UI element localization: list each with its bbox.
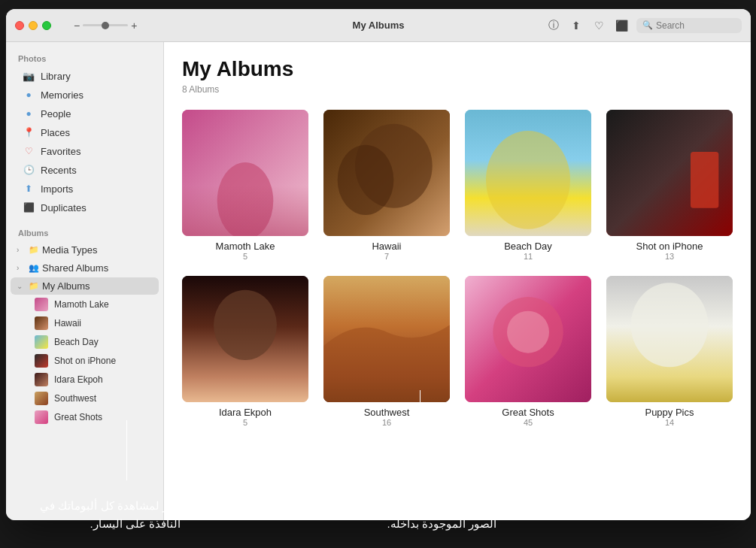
sidebar-item-label: Favorites <box>41 146 80 157</box>
close-button[interactable] <box>15 21 24 30</box>
sidebar-item-library[interactable]: 📷 Library <box>11 67 159 85</box>
sidebar-sub-great-shots[interactable]: Great Shots <box>11 408 159 426</box>
album-name: Southwest <box>323 407 450 418</box>
album-card-beach-day[interactable]: Beach Day 11 <box>465 110 591 261</box>
places-icon: 📍 <box>23 126 35 138</box>
window-title: My Albums <box>353 20 405 31</box>
album-count-badge: 13 <box>606 252 733 261</box>
sidebar-item-imports[interactable]: ⬆ Imports <box>11 180 159 198</box>
album-card-puppy-pics[interactable]: Puppy Pics 14 <box>606 276 733 427</box>
album-card-shot-on-iphone[interactable]: Shot on iPhone 13 <box>606 110 733 261</box>
album-name: Hawaii <box>323 241 450 252</box>
album-cover <box>182 110 308 236</box>
my-albums-icon: 📁 <box>29 281 39 291</box>
share-button[interactable]: ⬆ <box>569 18 584 33</box>
favorites-icon: ♡ <box>23 145 35 157</box>
album-count-badge: 5 <box>182 252 308 261</box>
sidebar-item-favorites[interactable]: ♡ Favorites <box>11 142 159 160</box>
album-card-mamoth-lake[interactable]: Mamoth Lake 5 <box>182 110 308 261</box>
album-name: Beach Day <box>465 241 591 252</box>
minimize-button[interactable] <box>29 21 38 30</box>
svg-point-6 <box>486 131 570 229</box>
album-cover <box>182 276 308 402</box>
album-cover <box>465 110 591 236</box>
people-icon: ● <box>23 107 35 120</box>
content-area: My Albums 8 Albums <box>164 42 751 520</box>
zoom-minus-button[interactable]: − <box>74 20 80 32</box>
title-bar: − + My Albums ⓘ ⬆ ♡ ⬛ 🔍 <box>6 9 751 42</box>
svg-point-1 <box>217 162 274 236</box>
album-cover <box>606 276 733 402</box>
sidebar-item-memories[interactable]: ● Memories <box>11 86 159 104</box>
callout-left: انقر لمشاهدة كل ألبوماتك في النافذة على … <box>15 497 181 533</box>
duplicates-icon: ⬛ <box>23 201 35 213</box>
search-icon: 🔍 <box>642 20 653 30</box>
sidebar-sub-hawaii[interactable]: Hawaii <box>11 314 159 332</box>
sidebar-group-media-types[interactable]: › 📁 Media Types <box>11 241 159 259</box>
album-name: Great Shots <box>465 407 591 418</box>
album-thumb <box>35 298 48 311</box>
search-bar[interactable]: 🔍 <box>636 18 742 33</box>
album-cover <box>323 276 450 402</box>
sidebar-sub-shot-on-iphone[interactable]: Shot on iPhone <box>11 352 159 370</box>
sidebar-my-albums-label: My Albums <box>42 280 90 292</box>
recents-icon: 🕒 <box>23 164 35 176</box>
chevron-down-icon: ⌄ <box>17 282 26 290</box>
callout-line-right <box>420 390 421 480</box>
sidebar-item-label: Library <box>41 71 71 82</box>
sidebar-sub-label: Idara Ekpoh <box>54 374 103 385</box>
sidebar-sub-label: Beach Day <box>54 337 99 347</box>
album-count-badge: 7 <box>323 252 450 261</box>
album-card-southwest[interactable]: Southwest 16 <box>323 276 450 427</box>
sidebar-item-label: Recents <box>41 165 77 176</box>
album-count-badge: 5 <box>182 418 308 427</box>
sidebar-sub-label: Hawaii <box>54 318 81 328</box>
sidebar-group-my-albums[interactable]: ⌄ 📁 My Albums <box>11 277 159 295</box>
sidebar-group-label: Media Types <box>42 244 97 256</box>
sidebar-sub-mamoth-lake[interactable]: Mamoth Lake <box>11 295 159 313</box>
sidebar-sub-label: Mamoth Lake <box>54 299 109 310</box>
zoom-slider[interactable] <box>83 24 128 26</box>
svg-rect-8 <box>691 152 718 208</box>
album-card-great-shots[interactable]: Great Shots 45 <box>465 276 591 427</box>
sidebar-item-recents[interactable]: 🕒 Recents <box>11 161 159 179</box>
album-count-badge: 14 <box>606 418 733 427</box>
sidebar-item-people[interactable]: ● People <box>11 104 159 123</box>
heart-button[interactable]: ♡ <box>591 18 606 33</box>
svg-point-16 <box>631 283 709 367</box>
svg-point-4 <box>338 145 394 215</box>
maximize-button[interactable] <box>42 21 51 30</box>
album-thumb <box>35 410 48 424</box>
sidebar-item-places[interactable]: 📍 Places <box>11 123 159 141</box>
album-thumb <box>35 373 48 386</box>
album-name: Puppy Pics <box>606 407 733 418</box>
imports-icon: ⬆ <box>23 183 35 195</box>
search-input[interactable] <box>656 20 736 31</box>
sidebar-item-duplicates[interactable]: ⬛ Duplicates <box>11 198 159 216</box>
page-title: My Albums <box>182 57 733 81</box>
callout-line-left <box>126 420 127 480</box>
sidebar: Photos 📷 Library ● Memories ● People 📍 P… <box>6 42 164 520</box>
album-cover <box>323 110 450 236</box>
album-card-idara-ekpoh[interactable]: Idara Ekpoh 5 <box>182 276 308 427</box>
sidebar-sub-southwest[interactable]: Southwest <box>11 389 159 407</box>
media-types-icon: 📁 <box>29 245 39 255</box>
sidebar-sub-label: Southwest <box>54 393 96 404</box>
album-thumb <box>35 335 48 349</box>
sidebar-item-label: People <box>41 108 71 120</box>
shared-albums-icon: 👥 <box>29 263 39 273</box>
toolbar-right: ⓘ ⬆ ♡ ⬛ 🔍 <box>546 18 742 33</box>
zoom-plus-button[interactable]: + <box>131 20 137 32</box>
sidebar-group-shared-albums[interactable]: › 👥 Shared Albums <box>11 259 159 277</box>
sidebar-sub-beach-day[interactable]: Beach Day <box>11 333 159 351</box>
album-name: Shot on iPhone <box>606 241 733 252</box>
chevron-right-icon: › <box>17 246 26 254</box>
main-area: Photos 📷 Library ● Memories ● People 📍 P… <box>6 42 751 520</box>
info-button[interactable]: ⓘ <box>546 18 561 33</box>
slideshow-button[interactable]: ⬛ <box>614 18 629 33</box>
album-card-hawaii[interactable]: Hawaii 7 <box>323 110 450 261</box>
chevron-right-icon: › <box>17 264 26 272</box>
album-count-badge: 11 <box>465 252 591 261</box>
sidebar-sub-idara-ekpoh[interactable]: Idara Ekpoh <box>11 371 159 389</box>
sidebar-albums-label: Albums <box>6 224 163 241</box>
